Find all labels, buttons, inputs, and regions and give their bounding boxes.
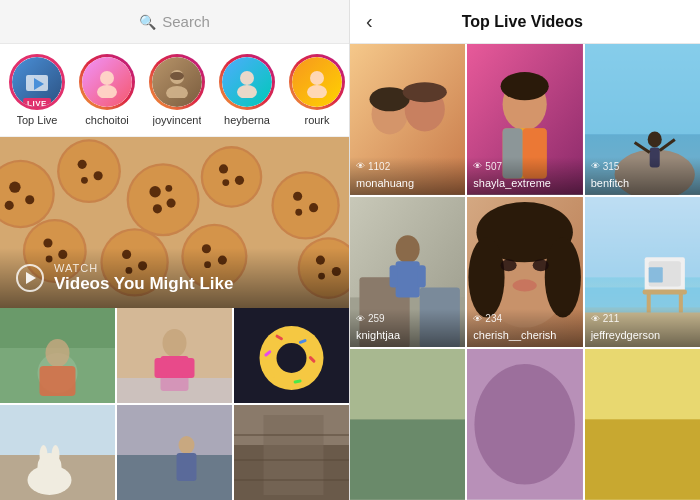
live-cell-cherish[interactable]: 👁 234 cherish__cherish xyxy=(467,197,582,348)
svg-point-5 xyxy=(166,86,188,98)
search-bar[interactable]: 🔍 Search xyxy=(0,0,349,44)
username-monahuang: monahuang xyxy=(356,177,414,189)
svg-point-24 xyxy=(149,186,160,197)
view-count-benfitch: 315 xyxy=(603,161,620,172)
svg-rect-122 xyxy=(396,261,420,297)
story-item-heyberna[interactable]: heyberna xyxy=(218,54,276,126)
username-knightjaa: knightjaa xyxy=(356,329,400,341)
svg-rect-110 xyxy=(585,44,700,134)
search-icon: 🔍 xyxy=(139,14,156,30)
live-cell-info-monahuang: 👁 1102 monahuang xyxy=(350,157,465,195)
svg-point-132 xyxy=(513,279,537,291)
svg-point-31 xyxy=(235,176,244,185)
grid-cell-2[interactable] xyxy=(234,308,349,403)
live-cell-knightjaa[interactable]: 👁 259 knightjaa xyxy=(350,197,465,348)
svg-point-105 xyxy=(501,72,549,100)
svg-point-72 xyxy=(277,343,307,373)
svg-rect-68 xyxy=(117,378,232,403)
live-cell-jeffrey[interactable]: 👁 211 jeffreydgerson xyxy=(585,197,700,348)
svg-point-102 xyxy=(403,82,447,102)
svg-point-29 xyxy=(203,148,260,205)
svg-rect-66 xyxy=(155,358,167,378)
story-item-top-live[interactable]: LIVE Top Live xyxy=(8,54,66,126)
username-benfitch: benfitch xyxy=(591,177,630,189)
svg-point-7 xyxy=(240,71,254,85)
live-cell-shayla[interactable]: 👁 507 shayla_extreme xyxy=(467,44,582,195)
svg-point-10 xyxy=(307,85,327,98)
svg-point-35 xyxy=(293,192,302,201)
svg-point-64 xyxy=(163,329,187,357)
story-name-rourk: rourk xyxy=(304,114,329,126)
live-videos-grid: 👁 1102 monahuang 👁 507 xyxy=(350,44,700,500)
svg-point-19 xyxy=(78,160,87,169)
view-count-knightjaa: 259 xyxy=(368,313,385,324)
right-panel-title: Top Live Videos xyxy=(385,13,684,31)
svg-rect-144 xyxy=(350,420,465,500)
view-count-jeffrey: 211 xyxy=(603,313,620,324)
svg-point-130 xyxy=(501,259,517,271)
video-banner[interactable]: WATCH Videos You Might Like xyxy=(0,137,349,308)
svg-point-18 xyxy=(59,142,118,201)
watch-label: WATCH Videos You Might Like xyxy=(16,262,333,294)
svg-point-121 xyxy=(396,235,420,263)
svg-point-20 xyxy=(94,171,103,180)
svg-point-61 xyxy=(46,339,70,367)
svg-point-14 xyxy=(9,181,20,192)
play-triangle-icon xyxy=(26,272,36,284)
play-button[interactable] xyxy=(16,264,44,292)
svg-point-147 xyxy=(475,364,575,485)
svg-point-8 xyxy=(237,85,257,98)
svg-rect-139 xyxy=(648,267,662,282)
svg-point-27 xyxy=(165,185,172,192)
left-panel: 🔍 Search LIVE Top Live xyxy=(0,0,350,500)
avatar-heyberna xyxy=(222,57,272,107)
eye-icon-cherish: 👁 xyxy=(473,314,482,324)
story-item-joyvincent[interactable]: joyvincent xyxy=(148,54,206,126)
svg-rect-149 xyxy=(585,420,700,500)
svg-rect-93 xyxy=(264,415,324,495)
svg-point-89 xyxy=(179,436,195,454)
live-cell-extra-1[interactable] xyxy=(350,349,465,500)
avatar-rourk xyxy=(292,57,342,107)
story-name-joyvincent: joyvincent xyxy=(153,114,202,126)
right-header: ‹ Top Live Videos xyxy=(350,0,700,44)
svg-point-128 xyxy=(469,237,505,317)
live-cell-info-cherish: 👁 234 cherish__cherish xyxy=(467,309,582,347)
svg-point-32 xyxy=(222,179,229,186)
grid-cell-0[interactable] xyxy=(0,308,115,403)
grid-cell-4[interactable] xyxy=(117,405,232,500)
username-cherish: cherish__cherish xyxy=(473,329,556,341)
live-cell-extra-2[interactable] xyxy=(467,349,582,500)
live-cell-info-shayla: 👁 507 shayla_extreme xyxy=(467,157,582,195)
avatar-chchoitoi xyxy=(82,57,132,107)
grid-cell-1[interactable] xyxy=(117,308,232,403)
back-button[interactable]: ‹ xyxy=(366,10,373,33)
svg-point-3 xyxy=(97,85,117,98)
eye-icon-jeffrey: 👁 xyxy=(591,314,600,324)
svg-rect-90 xyxy=(177,453,197,481)
photo-grid xyxy=(0,308,349,500)
live-cell-info-jeffrey: 👁 211 jeffreydgerson xyxy=(585,309,700,347)
story-item-rourk[interactable]: rourk xyxy=(288,54,346,126)
username-jeffrey: jeffreydgerson xyxy=(591,329,661,341)
story-name-heyberna: heyberna xyxy=(224,114,270,126)
watch-sublabel: WATCH xyxy=(54,262,233,274)
svg-point-30 xyxy=(219,164,228,173)
grid-cell-3[interactable] xyxy=(0,405,115,500)
svg-point-26 xyxy=(153,204,162,213)
svg-point-16 xyxy=(5,201,14,210)
svg-rect-87 xyxy=(117,455,232,500)
svg-point-21 xyxy=(81,177,88,184)
stories-row: LIVE Top Live chchoitoi xyxy=(0,44,349,137)
svg-rect-145 xyxy=(350,349,465,419)
grid-cell-5[interactable] xyxy=(234,405,349,500)
live-cell-benfitch[interactable]: 👁 315 benfitch xyxy=(585,44,700,195)
story-item-chchoitoi[interactable]: chchoitoi xyxy=(78,54,136,126)
live-cell-monahuang[interactable]: 👁 1102 monahuang xyxy=(350,44,465,195)
live-cell-info-benfitch: 👁 315 benfitch xyxy=(585,157,700,195)
svg-point-85 xyxy=(52,445,60,465)
svg-point-15 xyxy=(25,195,34,204)
svg-rect-88 xyxy=(117,405,232,455)
svg-rect-6 xyxy=(170,72,184,80)
live-cell-extra-3[interactable] xyxy=(585,349,700,500)
